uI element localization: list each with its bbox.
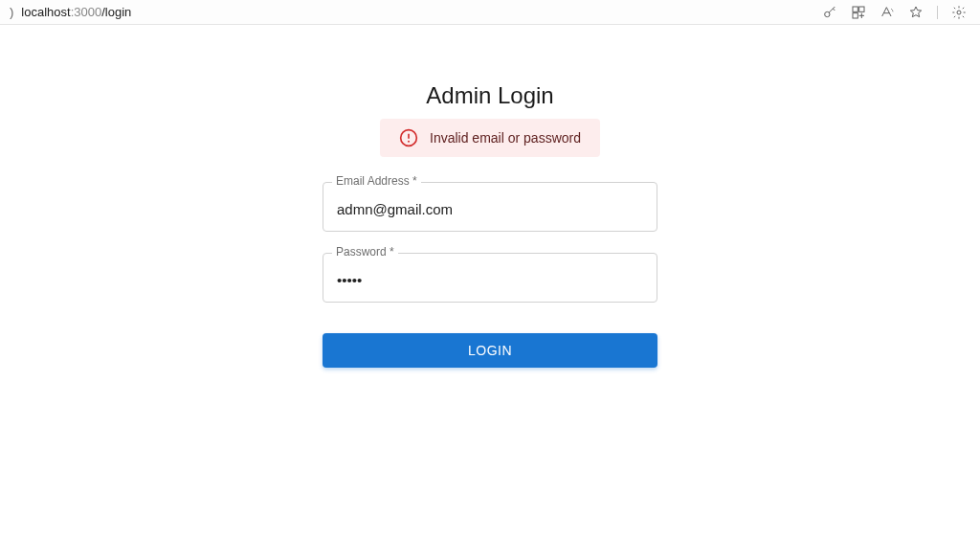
url-host: localhost: [21, 5, 70, 19]
svg-point-7: [408, 141, 410, 143]
email-field[interactable]: [323, 182, 657, 232]
key-icon[interactable]: [822, 5, 837, 20]
read-aloud-icon[interactable]: [880, 5, 895, 20]
password-field-wrapper: Password *: [323, 253, 657, 303]
error-alert: Invalid email or password: [380, 119, 600, 157]
svg-point-4: [957, 11, 961, 14]
url-port: :3000: [71, 5, 102, 19]
error-icon: [399, 128, 418, 147]
email-field-wrapper: Email Address *: [323, 182, 657, 232]
favorite-icon[interactable]: [908, 5, 924, 20]
login-form: Email Address * Password * LOGIN: [323, 182, 657, 368]
toolbar-divider: [937, 6, 938, 19]
login-button[interactable]: LOGIN: [323, 333, 657, 368]
settings-icon[interactable]: [951, 5, 967, 20]
page-title: Admin Login: [426, 82, 553, 109]
extensions-icon[interactable]: [851, 5, 866, 20]
url-prefix: ): [10, 5, 13, 19]
password-field[interactable]: [323, 253, 657, 303]
svg-rect-2: [859, 7, 864, 11]
url-display[interactable]: ) localhost:3000/login: [6, 5, 131, 19]
browser-toolbar-icons: [822, 5, 974, 20]
login-page: Admin Login Invalid email or password Em…: [0, 25, 980, 368]
email-label: Email Address *: [332, 174, 421, 188]
error-text: Invalid email or password: [430, 130, 581, 146]
svg-rect-1: [853, 7, 858, 11]
svg-rect-3: [853, 12, 858, 17]
browser-address-bar: ) localhost:3000/login: [0, 0, 980, 25]
password-label: Password *: [332, 245, 398, 259]
svg-point-0: [825, 11, 830, 16]
url-path: /login: [101, 5, 131, 19]
